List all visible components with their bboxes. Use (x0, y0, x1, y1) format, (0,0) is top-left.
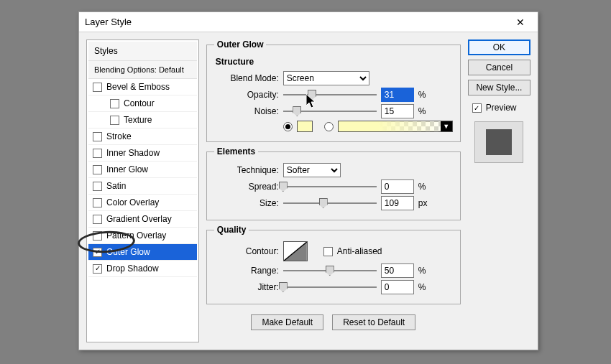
style-row-inner-glow[interactable]: Inner Glow (88, 162, 197, 178)
blending-options-header[interactable]: Blending Options: Default (88, 61, 197, 79)
style-row-stroke[interactable]: Stroke (88, 129, 197, 145)
style-label: Color Overlay (106, 197, 159, 207)
anti-aliased-checkbox[interactable] (323, 247, 333, 256)
preview-label: Preview (486, 103, 517, 113)
style-row-bevel-emboss[interactable]: Bevel & Emboss (88, 79, 197, 95)
style-checkbox[interactable] (110, 99, 119, 108)
jitter-slider[interactable] (283, 282, 377, 292)
spread-slider[interactable] (283, 182, 377, 192)
style-label: Inner Glow (106, 164, 148, 174)
technique-label: Technique: (214, 165, 279, 175)
style-row-color-overlay[interactable]: Color Overlay (88, 195, 197, 211)
anti-aliased-label: Anti-aliased (337, 246, 382, 256)
close-icon[interactable]: ✕ (506, 14, 535, 31)
style-checkbox[interactable] (93, 198, 102, 207)
opacity-unit: % (418, 90, 433, 100)
right-button-panel: OK Cancel New Style... ✓ Preview (468, 39, 530, 342)
style-row-drop-shadow[interactable]: ✓Drop Shadow (88, 261, 197, 277)
size-input[interactable]: 109 (381, 196, 414, 210)
preview-thumbnail (474, 121, 523, 163)
style-checkbox[interactable] (93, 182, 102, 191)
style-label: Bevel & Emboss (106, 82, 170, 92)
size-unit: px (418, 198, 433, 208)
glow-color-radio[interactable] (283, 122, 293, 131)
window-title: Layer Style (85, 17, 506, 27)
style-row-pattern-overlay[interactable]: Pattern Overlay (88, 228, 197, 244)
range-slider[interactable] (283, 266, 377, 276)
reset-default-button[interactable]: Reset to Default (332, 314, 415, 330)
glow-color-swatch[interactable] (297, 121, 313, 132)
style-checkbox[interactable] (93, 165, 102, 174)
style-checkbox[interactable] (93, 231, 102, 241)
style-row-contour[interactable]: Contour (88, 95, 197, 112)
glow-gradient-swatch[interactable]: ▼ (338, 121, 453, 132)
style-checkbox[interactable] (93, 215, 102, 224)
opacity-input[interactable]: 31 (381, 88, 414, 102)
elements-legend: Elements (214, 146, 258, 157)
quality-legend: Quality (214, 225, 249, 235)
ok-button[interactable]: OK (468, 39, 530, 55)
noise-slider[interactable] (283, 106, 377, 116)
styles-list-panel: Styles Blending Options: Default Bevel &… (86, 39, 199, 342)
spread-input[interactable]: 0 (381, 179, 414, 194)
range-label: Range: (214, 266, 279, 276)
blend-mode-select[interactable]: Screen (283, 71, 369, 85)
style-row-inner-shadow[interactable]: Inner Shadow (88, 145, 197, 162)
style-label: Stroke (106, 131, 132, 141)
style-checkbox[interactable] (93, 132, 102, 141)
size-label: Size: (214, 198, 279, 208)
style-row-outer-glow[interactable]: ✓Outer Glow (88, 244, 197, 261)
range-input[interactable]: 50 (381, 263, 414, 278)
style-label: Outer Glow (106, 247, 150, 257)
jitter-unit: % (418, 282, 433, 292)
layer-style-dialog: Layer Style ✕ Styles Blending Options: D… (78, 11, 538, 350)
spread-unit: % (418, 182, 433, 192)
opacity-slider[interactable] (283, 90, 377, 100)
technique-select[interactable]: Softer (283, 163, 341, 177)
contour-label: Contour: (214, 246, 279, 256)
settings-panel: Outer Glow Structure Blend Mode: Screen … (206, 39, 461, 342)
gradient-dropdown-icon[interactable]: ▼ (441, 121, 452, 131)
structure-legend: Structure (216, 57, 453, 67)
style-checkbox[interactable]: ✓ (93, 264, 102, 274)
style-label: Pattern Overlay (106, 230, 166, 241)
style-label: Drop Shadow (106, 263, 159, 274)
style-checkbox[interactable] (110, 116, 119, 125)
contour-swatch[interactable] (283, 241, 308, 261)
style-label: Contour (124, 98, 155, 108)
cancel-button[interactable]: Cancel (468, 60, 530, 75)
style-checkbox[interactable]: ✓ (93, 248, 102, 257)
spread-label: Spread: (214, 182, 279, 192)
style-label: Satin (106, 181, 126, 191)
style-label: Gradient Overlay (106, 214, 172, 224)
style-checkbox[interactable] (93, 149, 102, 158)
style-label: Texture (124, 115, 152, 125)
make-default-button[interactable]: Make Default (251, 314, 323, 330)
preview-checkbox[interactable]: ✓ (472, 103, 482, 113)
noise-label: Noise: (214, 106, 279, 116)
new-style-button[interactable]: New Style... (468, 80, 530, 95)
noise-input[interactable]: 15 (381, 104, 414, 118)
glow-gradient-radio[interactable] (324, 122, 334, 131)
opacity-label: Opacity: (214, 90, 279, 100)
jitter-label: Jitter: (214, 282, 279, 292)
blend-mode-label: Blend Mode: (214, 73, 279, 83)
elements-group: Elements Technique: Softer Spread: 0 % (206, 146, 461, 220)
style-checkbox[interactable] (93, 83, 102, 92)
group-title: Outer Glow (214, 39, 267, 50)
style-row-gradient-overlay[interactable]: Gradient Overlay (88, 211, 197, 228)
size-slider[interactable] (283, 198, 377, 208)
styles-header[interactable]: Styles (88, 42, 197, 61)
jitter-input[interactable]: 0 (381, 280, 414, 294)
style-row-satin[interactable]: Satin (88, 178, 197, 195)
range-unit: % (418, 266, 433, 276)
noise-unit: % (418, 106, 433, 116)
style-label: Inner Shadow (106, 148, 160, 158)
titlebar: Layer Style ✕ (79, 12, 538, 32)
outer-glow-group: Outer Glow Structure Blend Mode: Screen … (206, 39, 461, 142)
style-row-texture[interactable]: Texture (88, 112, 197, 129)
quality-group: Quality Contour: Anti-aliased Range: 50 (206, 225, 461, 304)
